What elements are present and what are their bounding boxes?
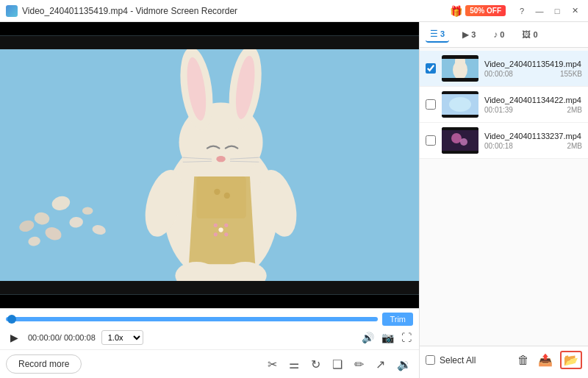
svg-point-31 [224,232,228,236]
media-list: Video_240401135419.mp4 00:00:08 155KB [420,48,588,346]
svg-point-42 [449,97,471,112]
equalizer-button[interactable]: ⚌ [287,356,301,373]
play-tab-icon: ▶ [462,29,469,40]
progress-track[interactable] [6,317,378,321]
gift-icon: 🎁 [450,5,462,17]
media-meta-3: 00:00:18 2MB [484,142,582,150]
snapshot-button[interactable]: 📷 [380,330,395,345]
playback-icons: 🔊 📷 ⛶ [360,330,413,345]
svg-point-21 [214,189,220,195]
svg-rect-39 [442,55,478,59]
media-size-1: 155KB [560,70,582,78]
select-all-checkbox[interactable] [426,355,435,365]
thumb-svg-1 [442,55,478,82]
tab-video-count: 3 [440,29,445,38]
media-checkbox-3[interactable] [426,135,436,146]
media-item[interactable]: Video_240401134422.mp4 00:01:39 2MB [420,87,588,123]
tab-audio-count: 0 [500,30,504,39]
svg-point-28 [224,224,228,227]
media-item[interactable]: Video_240401133237.mp4 00:00:18 2MB [420,123,588,159]
time-display: 00:00:00/ 00:00:08 [28,333,96,342]
svg-rect-20 [196,176,245,218]
title-bar-left: Video_240401135419.mp4 - Vidmore Screen … [6,5,237,17]
fullscreen-button[interactable]: ⛶ [400,330,413,345]
image-tab-icon: 🖼 [522,29,531,40]
media-checkbox-2[interactable] [426,99,436,110]
media-info-1: Video_240401135419.mp4 00:00:08 155KB [484,60,582,78]
trim-button[interactable]: Trim [382,313,413,326]
media-thumbnail-1 [442,55,478,82]
media-info-2: Video_240401134422.mp4 00:01:39 2MB [484,96,582,114]
svg-rect-44 [442,115,478,118]
speed-select[interactable]: 0.5x 0.75x 1.0x 1.25x 1.5x 2.0x [101,330,143,345]
svg-point-32 [218,227,223,232]
svg-point-30 [214,232,218,236]
tab-audio[interactable]: ♪ 0 [489,27,509,42]
tab-image-count: 0 [533,30,537,39]
delete-button[interactable]: 🗑 [516,352,531,368]
list-icon: ☰ [430,29,438,39]
main-container: Trim ▶ 00:00:00/ 00:00:08 0.5x 0.75x 1.0… [0,22,588,378]
cut-tool-button[interactable]: ✂ [266,356,279,373]
media-item[interactable]: Video_240401135419.mp4 00:00:08 155KB [420,51,588,87]
thumb-svg-2 [442,91,478,118]
tabs-bar: ☰ 3 ▶ 3 ♪ 0 🖼 0 [420,22,588,48]
audio-tab-icon: ♪ [493,29,498,40]
action-icons: 🗑 📤 📂 [516,351,582,369]
edit-button[interactable]: ✏ [353,356,365,373]
maximize-button[interactable]: □ [550,4,564,18]
media-thumbnail-2 [442,91,478,118]
tab-image[interactable]: 🖼 0 [517,27,542,42]
audio-button[interactable]: 🔉 [395,356,413,373]
media-name-1: Video_240401135419.mp4 [484,60,582,68]
tab-play[interactable]: ▶ 3 [458,27,480,42]
playback-row: ▶ 00:00:00/ 00:00:08 0.5x 0.75x 1.0x 1.2… [6,329,413,346]
svg-rect-34 [0,281,419,295]
svg-point-15 [216,156,225,162]
open-folder-button[interactable]: 📂 [560,351,582,369]
bottom-tools: ✂ ⚌ ↻ ❑ ✏ ↗ 🔉 [266,356,413,373]
play-icon: ▶ [10,332,18,343]
media-duration-1: 00:00:08 [484,70,513,78]
close-button[interactable]: ✕ [567,4,582,18]
media-info-3: Video_240401133237.mp4 00:00:18 2MB [484,132,582,150]
media-duration-3: 00:00:18 [484,142,513,150]
minimize-button[interactable]: — [532,4,547,18]
copy-button[interactable]: ❑ [331,356,344,373]
media-name-2: Video_240401134422.mp4 [484,96,582,104]
promo-badge[interactable]: 50% OFF [465,5,506,16]
thumb-svg-3 [442,127,478,154]
svg-point-22 [224,193,230,199]
svg-rect-33 [0,35,419,49]
media-size-3: 2MB [567,142,582,150]
export-button[interactable]: 📤 [537,352,554,368]
app-icon [6,5,18,17]
play-button[interactable]: ▶ [6,329,22,346]
rotate-button[interactable]: ↻ [309,356,322,373]
share-button[interactable]: ↗ [374,356,387,373]
bottom-row: Record more ✂ ⚌ ↻ ❑ ✏ ↗ 🔉 [0,349,419,378]
title-bar-right: 🎁 50% OFF ? — □ ✕ [450,4,582,18]
media-checkbox-1[interactable] [426,63,436,74]
media-duration-2: 00:01:39 [484,106,513,114]
volume-button[interactable]: 🔊 [360,330,376,345]
svg-point-29 [214,224,218,227]
svg-rect-40 [442,78,478,82]
select-all-row: Select All 🗑 📤 📂 [426,351,582,369]
tab-play-count: 3 [471,30,476,39]
tab-video[interactable]: ☰ 3 [426,26,449,43]
svg-rect-49 [442,151,478,154]
svg-point-47 [460,138,467,146]
bottom-actions: Select All 🗑 📤 📂 [420,346,588,378]
window-title: Video_240401135419.mp4 - Vidmore Screen … [22,6,237,16]
controls-bar: Trim ▶ 00:00:00/ 00:00:08 0.5x 0.75x 1.0… [0,308,419,349]
svg-rect-43 [442,91,478,94]
help-button[interactable]: ? [514,4,529,18]
right-panel: ☰ 3 ▶ 3 ♪ 0 🖼 0 [419,22,588,378]
media-size-2: 2MB [567,106,582,114]
left-panel: Trim ▶ 00:00:00/ 00:00:08 0.5x 0.75x 1.0… [0,22,419,378]
progress-handle[interactable] [7,315,16,324]
record-more-button[interactable]: Record more [6,354,82,374]
video-area[interactable] [0,22,419,308]
media-name-3: Video_240401133237.mp4 [484,132,582,140]
